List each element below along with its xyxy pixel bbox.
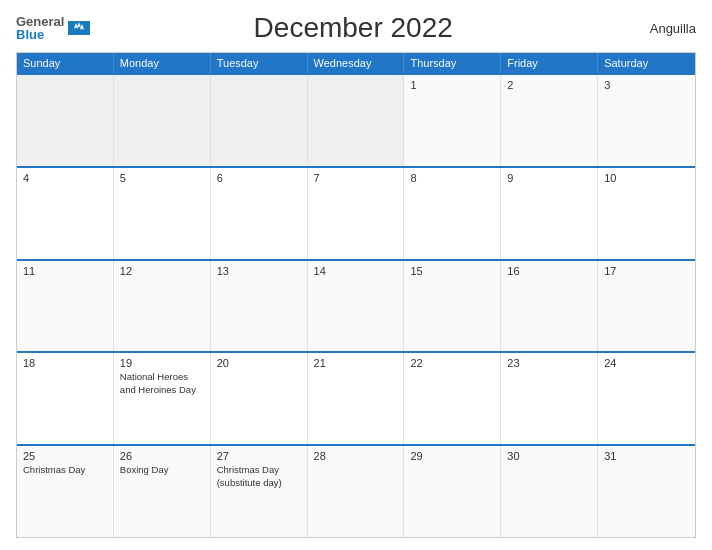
- calendar-title: December 2022: [90, 12, 616, 44]
- calendar-day-number: 1: [410, 79, 494, 91]
- calendar-cell: 9: [501, 168, 598, 259]
- calendar-cell: 17: [598, 261, 695, 352]
- calendar-day-number: 7: [314, 172, 398, 184]
- calendar-day-number: 24: [604, 357, 689, 369]
- calendar-cell: [17, 75, 114, 166]
- calendar-cell: 1: [404, 75, 501, 166]
- calendar-event: Boxing Day: [120, 464, 204, 476]
- calendar-cell: 18: [17, 353, 114, 444]
- calendar-cell: 12: [114, 261, 211, 352]
- calendar-day-number: 8: [410, 172, 494, 184]
- calendar-cell: 22: [404, 353, 501, 444]
- calendar-cell: 26Boxing Day: [114, 446, 211, 537]
- calendar-day-number: 4: [23, 172, 107, 184]
- calendar-day-number: 14: [314, 265, 398, 277]
- calendar-day-number: 11: [23, 265, 107, 277]
- calendar-day-number: 29: [410, 450, 494, 462]
- calendar-cell: [308, 75, 405, 166]
- calendar-cell: 30: [501, 446, 598, 537]
- calendar-cell: 29: [404, 446, 501, 537]
- calendar-day-number: 20: [217, 357, 301, 369]
- calendar-cell: 8: [404, 168, 501, 259]
- calendar-day-number: 19: [120, 357, 204, 369]
- calendar-cell: 23: [501, 353, 598, 444]
- calendar-cell: 25Christmas Day: [17, 446, 114, 537]
- calendar-cell: 2: [501, 75, 598, 166]
- calendar-cell: 19National Heroes and Heroines Day: [114, 353, 211, 444]
- calendar-cell: [114, 75, 211, 166]
- calendar-cell: [211, 75, 308, 166]
- calendar-cell: 31: [598, 446, 695, 537]
- calendar-event: Christmas Day (substitute day): [217, 464, 301, 489]
- calendar-day-number: 17: [604, 265, 689, 277]
- calendar-cell: 3: [598, 75, 695, 166]
- calendar-cell: 11: [17, 261, 114, 352]
- calendar-day-number: 6: [217, 172, 301, 184]
- calendar-week: 11121314151617: [17, 259, 695, 352]
- calendar-day-number: 10: [604, 172, 689, 184]
- calendar-header-cell: Wednesday: [308, 53, 405, 73]
- calendar-day-number: 18: [23, 357, 107, 369]
- logo: General Blue: [16, 15, 90, 41]
- calendar-day-number: 15: [410, 265, 494, 277]
- calendar-cell: 6: [211, 168, 308, 259]
- calendar-cell: 10: [598, 168, 695, 259]
- calendar-cell: 15: [404, 261, 501, 352]
- calendar-event: National Heroes and Heroines Day: [120, 371, 204, 396]
- calendar-event: Christmas Day: [23, 464, 107, 476]
- calendar-day-number: 21: [314, 357, 398, 369]
- calendar-day-number: 16: [507, 265, 591, 277]
- calendar-day-number: 12: [120, 265, 204, 277]
- calendar-header-cell: Saturday: [598, 53, 695, 73]
- calendar-header-cell: Sunday: [17, 53, 114, 73]
- calendar-cell: 7: [308, 168, 405, 259]
- calendar-week: 25Christmas Day26Boxing Day27Christmas D…: [17, 444, 695, 537]
- logo-flag-icon: [68, 21, 90, 35]
- calendar-day-number: 3: [604, 79, 689, 91]
- calendar-day-number: 2: [507, 79, 591, 91]
- calendar-cell: 4: [17, 168, 114, 259]
- calendar-day-number: 27: [217, 450, 301, 462]
- calendar: SundayMondayTuesdayWednesdayThursdayFrid…: [16, 52, 696, 538]
- logo-blue-text: Blue: [16, 28, 64, 41]
- calendar-cell: 20: [211, 353, 308, 444]
- calendar-cell: 16: [501, 261, 598, 352]
- calendar-header-cell: Monday: [114, 53, 211, 73]
- calendar-cell: 28: [308, 446, 405, 537]
- calendar-day-number: 5: [120, 172, 204, 184]
- calendar-cell: 5: [114, 168, 211, 259]
- page: General Blue December 2022 Anguilla Sund…: [0, 0, 712, 550]
- calendar-week: 1819National Heroes and Heroines Day2021…: [17, 351, 695, 444]
- calendar-body: 12345678910111213141516171819National He…: [17, 73, 695, 537]
- calendar-cell: 13: [211, 261, 308, 352]
- calendar-day-number: 26: [120, 450, 204, 462]
- calendar-cell: 21: [308, 353, 405, 444]
- calendar-header-cell: Tuesday: [211, 53, 308, 73]
- calendar-header-cell: Friday: [501, 53, 598, 73]
- calendar-day-number: 23: [507, 357, 591, 369]
- calendar-day-number: 9: [507, 172, 591, 184]
- calendar-week: 123: [17, 73, 695, 166]
- calendar-day-number: 31: [604, 450, 689, 462]
- calendar-header-row: SundayMondayTuesdayWednesdayThursdayFrid…: [17, 53, 695, 73]
- calendar-header-cell: Thursday: [404, 53, 501, 73]
- calendar-day-number: 30: [507, 450, 591, 462]
- calendar-day-number: 13: [217, 265, 301, 277]
- header: General Blue December 2022 Anguilla: [16, 12, 696, 44]
- calendar-week: 45678910: [17, 166, 695, 259]
- calendar-day-number: 25: [23, 450, 107, 462]
- calendar-day-number: 22: [410, 357, 494, 369]
- calendar-day-number: 28: [314, 450, 398, 462]
- calendar-cell: 14: [308, 261, 405, 352]
- calendar-cell: 27Christmas Day (substitute day): [211, 446, 308, 537]
- calendar-cell: 24: [598, 353, 695, 444]
- region-label: Anguilla: [616, 21, 696, 36]
